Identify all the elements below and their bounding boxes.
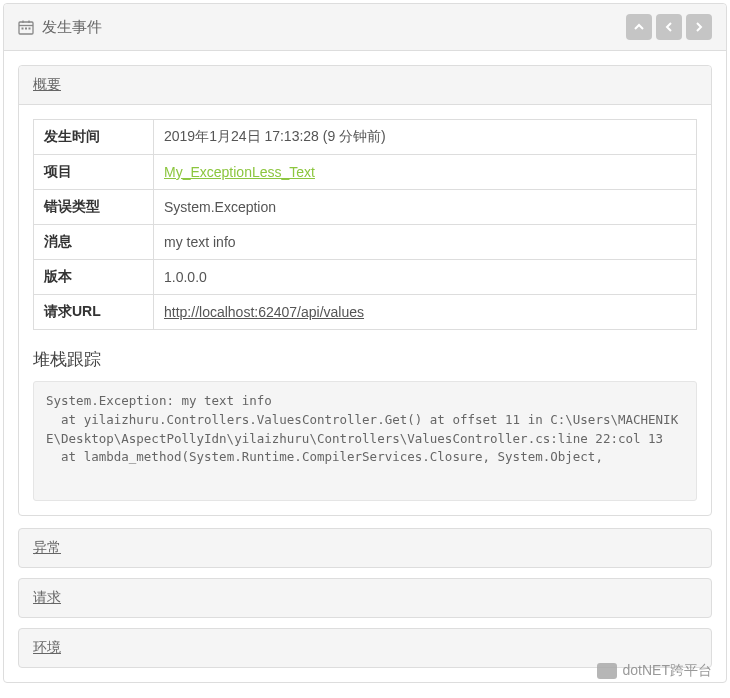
calendar-icon: [18, 19, 34, 35]
stack-heading: 堆栈跟踪: [33, 348, 697, 371]
label-project: 项目: [34, 155, 154, 190]
overview-heading[interactable]: 概要: [19, 66, 711, 105]
request-url-link[interactable]: http://localhost:62407/api/values: [164, 304, 364, 320]
value-version: 1.0.0.0: [154, 260, 697, 295]
exception-panel[interactable]: 异常: [18, 528, 712, 568]
panel-body: 概要 发生时间 2019年1月24日 17:13:28 (9 分钟前) 项目 M…: [4, 51, 726, 682]
svg-rect-5: [25, 28, 27, 30]
request-panel[interactable]: 请求: [18, 578, 712, 618]
nav-up-button[interactable]: [626, 14, 652, 40]
nav-buttons: [626, 14, 712, 40]
stack-trace[interactable]: System.Exception: my text info at yilaiz…: [33, 381, 697, 501]
nav-next-button[interactable]: [686, 14, 712, 40]
label-url: 请求URL: [34, 295, 154, 330]
overview-body: 发生时间 2019年1月24日 17:13:28 (9 分钟前) 项目 My_E…: [19, 105, 711, 515]
table-row: 消息 my text info: [34, 225, 697, 260]
svg-rect-6: [29, 28, 31, 30]
label-version: 版本: [34, 260, 154, 295]
watermark: dotNET跨平台: [597, 662, 712, 680]
table-row: 请求URL http://localhost:62407/api/values: [34, 295, 697, 330]
project-link[interactable]: My_ExceptionLess_Text: [164, 164, 315, 180]
overview-panel: 概要 发生时间 2019年1月24日 17:13:28 (9 分钟前) 项目 M…: [18, 65, 712, 516]
table-row: 发生时间 2019年1月24日 17:13:28 (9 分钟前): [34, 120, 697, 155]
value-type: System.Exception: [154, 190, 697, 225]
table-row: 项目 My_ExceptionLess_Text: [34, 155, 697, 190]
exception-panel-label: 异常: [33, 539, 61, 555]
value-message: my text info: [154, 225, 697, 260]
nav-prev-button[interactable]: [656, 14, 682, 40]
value-time: 2019年1月24日 17:13:28 (9 分钟前): [154, 120, 697, 155]
label-time: 发生时间: [34, 120, 154, 155]
overview-heading-text: 概要: [33, 76, 61, 92]
svg-rect-4: [22, 28, 24, 30]
environment-panel-label: 环境: [33, 639, 61, 655]
wechat-icon: [597, 663, 617, 679]
panel-heading: 发生事件: [4, 4, 726, 51]
panel-title: 发生事件: [18, 18, 102, 37]
overview-table: 发生时间 2019年1月24日 17:13:28 (9 分钟前) 项目 My_E…: [33, 119, 697, 330]
event-panel: 发生事件 概要 发生时间 2019年1月24日 17:13:: [3, 3, 727, 683]
label-message: 消息: [34, 225, 154, 260]
watermark-text: dotNET跨平台: [623, 662, 712, 680]
request-panel-label: 请求: [33, 589, 61, 605]
panel-title-text: 发生事件: [42, 18, 102, 37]
table-row: 版本 1.0.0.0: [34, 260, 697, 295]
table-row: 错误类型 System.Exception: [34, 190, 697, 225]
label-type: 错误类型: [34, 190, 154, 225]
